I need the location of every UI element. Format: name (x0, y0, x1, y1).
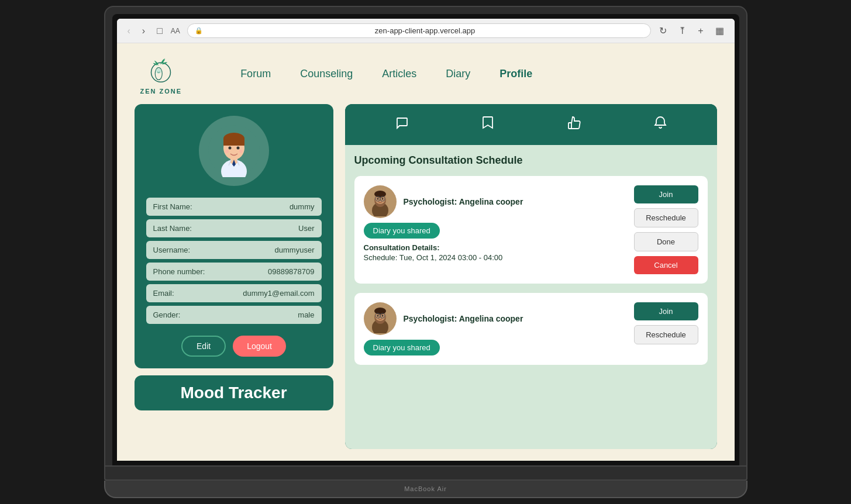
notification-icon-button[interactable] (649, 113, 671, 136)
psychologist-name-1: Psychologist: Angelina cooper (404, 197, 523, 206)
join-button-2[interactable]: Join (634, 302, 698, 320)
right-panel-header (345, 104, 717, 145)
svg-point-31 (377, 315, 378, 317)
username-value: dummyuser (275, 246, 315, 254)
avatar (199, 116, 269, 186)
svg-point-22 (381, 198, 383, 200)
logo-icon (143, 53, 178, 88)
card-actions-1: Join Reschedule Done Cancel (634, 185, 698, 274)
refresh-button[interactable]: ↻ (656, 24, 670, 37)
address-bar: 🔒 zen-app-client-app.vercel.app (187, 23, 651, 38)
gender-value: male (298, 310, 314, 319)
phone-field: Phone number: 09889878709 (146, 263, 322, 281)
svg-rect-9 (223, 139, 244, 146)
screen-bezel: ‹ › □ AA 🔒 zen-app-client-app.vercel.app… (112, 14, 739, 465)
svg-point-11 (236, 147, 239, 150)
consultation-card-2: Psychologist: Angelina cooper Diary you … (354, 293, 708, 365)
reschedule-button-1[interactable]: Reschedule (634, 208, 698, 227)
consultation-title: Upcoming Consultation Schedule (354, 154, 708, 167)
laptop-bottom (104, 467, 747, 481)
svg-point-30 (374, 308, 386, 315)
nav-profile[interactable]: Profile (499, 68, 532, 80)
chat-icon-button[interactable] (390, 113, 414, 136)
like-icon-button[interactable] (561, 113, 586, 136)
reschedule-button-2[interactable]: Reschedule (634, 325, 698, 344)
psychologist-avatar-icon-2 (366, 304, 395, 333)
logout-button[interactable]: Logout (233, 336, 286, 357)
psychologist-avatar-icon-1 (366, 187, 395, 216)
svg-point-12 (225, 150, 229, 153)
bookmark-icon-button[interactable] (477, 113, 499, 136)
email-value: dummy1@email.com (243, 289, 314, 298)
reader-icon[interactable]: □ (153, 25, 166, 37)
browser-window: ‹ › □ AA 🔒 zen-app-client-app.vercel.app… (117, 19, 735, 461)
consultation-schedule-1: Schedule: Tue, Oct 1, 2024 03:00 - 04:00 (364, 253, 503, 262)
laptop-base: MacBook Air (104, 481, 747, 498)
done-button-1[interactable]: Done (634, 232, 698, 251)
psychologist-name-2: Psychologist: Angelina cooper (404, 314, 523, 323)
nav-links: Forum Counseling Articles Diary Profile (240, 68, 532, 80)
diary-shared-button-2[interactable]: Diary you shared (364, 340, 440, 355)
firstname-label: First Name: (153, 202, 192, 211)
nav-articles[interactable]: Articles (382, 68, 416, 80)
app-content: ZEN ZONE Forum Counseling Articles Diary… (117, 43, 735, 461)
svg-point-10 (228, 147, 231, 150)
share-button[interactable]: ⤒ (675, 24, 690, 37)
lastname-value: User (298, 224, 314, 233)
psychologist-avatar-2 (364, 302, 397, 335)
action-buttons: Edit Logout (181, 336, 286, 357)
lastname-label: Last Name: (153, 224, 192, 233)
psychologist-avatar-1 (364, 185, 397, 218)
profile-fields: First Name: dummy Last Name: User Userna… (146, 198, 322, 324)
tabs-button[interactable]: ▦ (712, 24, 728, 37)
brand-logo: ZEN ZONE (140, 53, 182, 95)
nav-forum[interactable]: Forum (240, 68, 271, 80)
gender-field: Gender: male (146, 306, 322, 324)
profile-panel: First Name: dummy Last Name: User Userna… (135, 104, 333, 368)
aa-label: AA (171, 27, 180, 35)
macbook-label: MacBook Air (404, 485, 447, 492)
psychologist-info-2: Psychologist: Angelina cooper Diary you … (364, 302, 625, 355)
mood-tracker-panel: Mood Tracker (135, 375, 333, 410)
edit-button[interactable]: Edit (181, 336, 226, 357)
card-actions-2: Join Reschedule (634, 302, 698, 344)
firstname-value: dummy (290, 202, 315, 211)
svg-point-13 (239, 150, 243, 153)
browser-bar: ‹ › □ AA 🔒 zen-app-client-app.vercel.app… (117, 19, 735, 43)
svg-point-21 (377, 198, 378, 200)
app-nav: ZEN ZONE Forum Counseling Articles Diary… (117, 43, 735, 104)
username-field: Username: dummyuser (146, 241, 322, 259)
join-button-1[interactable]: Join (634, 185, 698, 203)
nav-diary[interactable]: Diary (446, 68, 470, 80)
lastname-field: Last Name: User (146, 219, 322, 237)
right-panel: Upcoming Consultation Schedule (345, 104, 717, 449)
consultation-details-title-1: Consultation Details: (364, 243, 503, 252)
forward-button[interactable]: › (139, 25, 149, 37)
consultation-card-1: Psychologist: Angelina cooper Diary you … (354, 176, 708, 284)
mood-tracker-title: Mood Tracker (180, 384, 287, 402)
phone-value: 09889878709 (268, 267, 315, 276)
email-field: Email: dummy1@email.com (146, 284, 322, 302)
consultation-details-1: Consultation Details: Schedule: Tue, Oct… (364, 243, 503, 262)
bookmark-icon (481, 116, 494, 130)
phone-label: Phone number: (153, 267, 205, 276)
diary-shared-button-1[interactable]: Diary you shared (364, 223, 440, 239)
back-button[interactable]: ‹ (124, 25, 134, 37)
nav-counseling[interactable]: Counseling (300, 68, 353, 80)
firstname-field: First Name: dummy (146, 198, 322, 216)
avatar-icon (208, 125, 260, 177)
right-panel-body: Upcoming Consultation Schedule (345, 145, 717, 449)
url-text: zen-app-client-app.vercel.app (206, 26, 643, 35)
thumbs-up-icon (566, 116, 581, 130)
email-label: Email: (153, 289, 174, 298)
cancel-button-1[interactable]: Cancel (634, 256, 698, 274)
chat-icon (395, 116, 409, 130)
username-label: Username: (153, 246, 191, 254)
bell-icon (654, 116, 667, 130)
gender-label: Gender: (153, 310, 181, 319)
svg-point-32 (381, 315, 383, 317)
svg-point-2 (156, 68, 161, 74)
brand-name: ZEN ZONE (140, 88, 182, 95)
svg-point-20 (374, 191, 386, 198)
new-tab-button[interactable]: + (694, 25, 707, 37)
